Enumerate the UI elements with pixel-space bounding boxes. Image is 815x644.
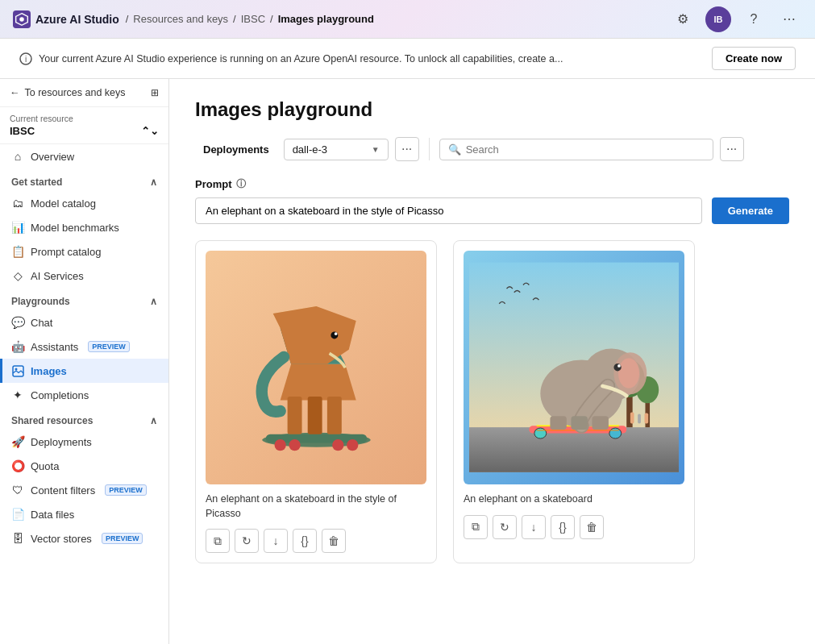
image-caption-1: An elephant on a skateboard in the style… xyxy=(206,492,426,521)
delete-button-2[interactable]: 🗑 xyxy=(580,515,604,539)
deployments-icon: 🚀 xyxy=(11,435,24,448)
breadcrumb-ibsc[interactable]: IBSC xyxy=(241,13,265,25)
sidebar-item-label: Vector stores xyxy=(31,533,92,545)
svg-rect-20 xyxy=(287,397,301,434)
data-files-icon: 📄 xyxy=(11,508,24,521)
sidebar-item-chat[interactable]: 💬 Chat xyxy=(0,310,168,334)
sidebar-item-label: Assistants xyxy=(31,341,78,353)
svg-point-2 xyxy=(19,17,24,22)
sidebar-item-prompt-catalog[interactable]: 📋 Prompt catalog xyxy=(0,239,168,264)
resource-name-text: IBSC xyxy=(10,125,35,137)
resource-label: Current resource xyxy=(10,114,159,123)
search-options-button[interactable]: ··· xyxy=(720,137,744,161)
collapse-icon: ∧ xyxy=(150,296,157,307)
prompt-row: Generate xyxy=(195,197,789,224)
download-button-1[interactable]: ↓ xyxy=(264,529,288,553)
search-input[interactable] xyxy=(466,143,705,156)
collapse-icon: ∧ xyxy=(150,415,157,426)
download-button-2[interactable]: ↓ xyxy=(522,515,546,539)
more-options-button[interactable]: ⋯ xyxy=(776,6,802,32)
sidebar-item-ai-services[interactable]: ◇ AI Services xyxy=(0,264,168,288)
image-caption-2: An elephant on a skateboard xyxy=(464,492,684,507)
prompt-catalog-icon: 📋 xyxy=(11,245,24,258)
sidebar-item-deployments[interactable]: 🚀 Deployments xyxy=(0,430,168,454)
prompt-label: Prompt ⓘ xyxy=(195,177,789,191)
resource-selector[interactable]: Current resource IBSC ⌃⌄ xyxy=(0,107,168,144)
svg-rect-42 xyxy=(571,416,587,430)
breadcrumb-resources[interactable]: Resources and keys xyxy=(133,13,228,25)
back-to-resources[interactable]: ← To resources and keys ⊞ xyxy=(0,79,168,107)
delete-button-1[interactable]: 🗑 xyxy=(322,529,346,553)
svg-point-18 xyxy=(331,331,338,339)
preview-badge: PREVIEW xyxy=(102,533,143,544)
code-button-2[interactable]: {} xyxy=(551,515,575,539)
settings-button[interactable]: ⚙ xyxy=(670,6,696,32)
image-card-1: An elephant on a skateboard in the style… xyxy=(195,240,437,563)
code-button-1[interactable]: {} xyxy=(293,529,317,553)
sidebar-item-label: Overview xyxy=(31,151,74,163)
sidebar-item-model-catalog[interactable]: 🗂 Model catalog xyxy=(0,191,168,215)
model-benchmarks-icon: 📊 xyxy=(11,221,24,234)
topbar: Azure AI Studio / Resources and keys / I… xyxy=(0,0,815,39)
image-actions-2: ⧉ ↻ ↓ {} 🗑 xyxy=(464,515,684,539)
sidebar-item-images[interactable]: Images xyxy=(0,359,168,383)
prompt-input[interactable] xyxy=(195,197,702,224)
svg-point-10 xyxy=(289,439,300,451)
sidebar-item-label: Content filters xyxy=(31,484,95,497)
sidebar-item-label: Chat xyxy=(31,317,52,329)
preview-badge: PREVIEW xyxy=(88,341,130,352)
svg-marker-13 xyxy=(280,364,356,401)
svg-text:i: i xyxy=(25,55,27,64)
resource-name[interactable]: IBSC ⌃⌄ xyxy=(10,125,159,137)
image-preview-2 xyxy=(464,251,684,484)
svg-point-11 xyxy=(332,439,343,451)
assistants-icon: 🤖 xyxy=(11,340,24,353)
svg-point-9 xyxy=(274,439,285,451)
svg-rect-24 xyxy=(469,427,679,472)
sidebar-item-label: AI Services xyxy=(31,270,84,282)
home-icon: ⌂ xyxy=(11,150,24,163)
generate-button[interactable]: Generate xyxy=(712,197,789,224)
collapse-icon: ∧ xyxy=(150,177,157,188)
search-box[interactable]: 🔍 xyxy=(439,139,713,160)
sidebar-item-vector-stores[interactable]: 🗄 Vector stores PREVIEW xyxy=(0,526,168,551)
svg-rect-29 xyxy=(630,413,634,424)
get-started-section[interactable]: Get started ∧ xyxy=(0,168,168,191)
sidebar-item-assistants[interactable]: 🤖 Assistants PREVIEW xyxy=(0,334,168,359)
info-banner: i Your current Azure AI Studio experienc… xyxy=(0,39,815,79)
app-name: Azure AI Studio xyxy=(35,13,119,26)
user-avatar[interactable]: IB xyxy=(705,6,731,32)
svg-point-12 xyxy=(347,439,358,451)
vector-stores-icon: 🗄 xyxy=(11,532,24,545)
sidebar-item-label: Images xyxy=(31,365,67,377)
realistic-elephant-svg xyxy=(469,256,679,479)
copy-button-1[interactable]: ⧉ xyxy=(206,529,230,553)
sidebar-item-data-files[interactable]: 📄 Data files xyxy=(0,502,168,526)
sidebar-item-overview[interactable]: ⌂ Overview xyxy=(0,144,168,168)
deployment-dropdown[interactable]: dall-e-3 ▼ xyxy=(284,139,389,160)
sidebar-item-label: Prompt catalog xyxy=(31,246,101,258)
breadcrumb-sep-1: / xyxy=(126,13,129,25)
playgrounds-section[interactable]: Playgrounds ∧ xyxy=(0,288,168,310)
sidebar-item-content-filters[interactable]: 🛡 Content filters PREVIEW xyxy=(0,478,168,502)
main-layout: ← To resources and keys ⊞ Current resour… xyxy=(0,79,815,644)
image-actions-1: ⧉ ↻ ↓ {} 🗑 xyxy=(206,529,426,553)
chat-icon: 💬 xyxy=(11,316,24,329)
shared-resources-section[interactable]: Shared resources ∧ xyxy=(0,407,168,430)
svg-rect-31 xyxy=(644,413,648,424)
create-now-button[interactable]: Create now xyxy=(712,47,796,70)
sidebar-item-completions[interactable]: ✦ Completions xyxy=(0,383,168,407)
dropdown-chevron-icon: ▼ xyxy=(372,145,380,154)
help-button[interactable]: ? xyxy=(741,6,767,32)
copy-button-2[interactable]: ⧉ xyxy=(464,515,488,539)
prompt-section: Prompt ⓘ Generate xyxy=(195,177,789,224)
sidebar-item-model-benchmarks[interactable]: 📊 Model benchmarks xyxy=(0,215,168,239)
svg-point-6 xyxy=(15,368,17,370)
prompt-label-text: Prompt xyxy=(195,178,232,190)
back-arrow-icon: ← xyxy=(10,87,20,98)
sidebar-item-quota[interactable]: ⭕ Quota xyxy=(0,454,168,478)
refresh-button-1[interactable]: ↻ xyxy=(235,529,259,553)
refresh-button-2[interactable]: ↻ xyxy=(493,515,517,539)
deployment-options-button[interactable]: ··· xyxy=(395,137,419,161)
breadcrumb-sep-3: / xyxy=(270,13,273,25)
